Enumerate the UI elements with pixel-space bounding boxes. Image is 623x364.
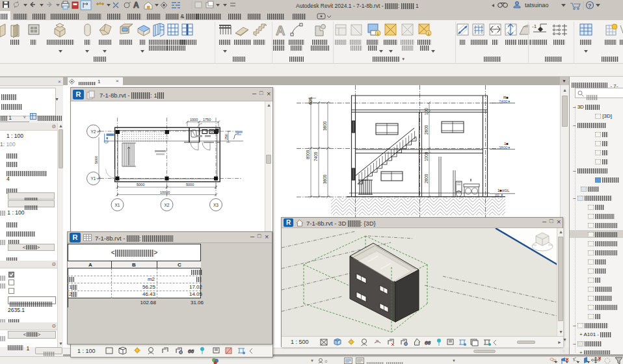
- svg-text:3600: 3600: [323, 174, 327, 184]
- svg-text:X2: X2: [165, 203, 170, 207]
- svg-text:600: 600: [308, 98, 313, 105]
- svg-text:66: 66: [188, 348, 194, 354]
- svg-text:A: A: [133, 1, 139, 10]
- svg-text:?: ?: [588, 3, 592, 9]
- svg-text:66: 66: [425, 340, 431, 346]
- svg-text:250: 250: [224, 134, 228, 140]
- svg-text:7400▼: 7400▼: [499, 99, 510, 103]
- svg-text:3800▼: 3800▼: [499, 146, 510, 150]
- svg-text:1000: 1000: [190, 118, 198, 122]
- svg-text:10000: 10000: [160, 190, 170, 194]
- svg-text:7400: 7400: [313, 151, 318, 161]
- svg-text:-1: -1: [532, 23, 537, 29]
- svg-text:A: A: [276, 23, 285, 38]
- svg-text:1750: 1750: [203, 118, 211, 122]
- svg-text:±0 ▼: ±0 ▼: [495, 193, 503, 197]
- svg-text:8000: 8000: [306, 150, 310, 159]
- svg-text::0: :0: [324, 359, 328, 363]
- svg-text:5000: 5000: [137, 183, 144, 187]
- svg-text:2600: 2600: [424, 174, 429, 183]
- svg-text:1■±GL: 1■±GL: [497, 188, 510, 192]
- svg-text:100: 100: [424, 108, 429, 115]
- svg-text:tatsuinao: tatsuinao: [525, 2, 549, 8]
- svg-text:2600: 2600: [424, 125, 429, 135]
- svg-text:3600: 3600: [323, 121, 327, 131]
- svg-text:Y2: Y2: [91, 129, 96, 134]
- svg-text:X1: X1: [115, 203, 120, 207]
- svg-text:5000: 5000: [94, 156, 98, 164]
- svg-text:1000: 1000: [424, 151, 429, 161]
- svg-text:Y1: Y1: [91, 176, 96, 181]
- svg-text:X3: X3: [213, 203, 219, 207]
- svg-text:5000: 5000: [186, 183, 194, 187]
